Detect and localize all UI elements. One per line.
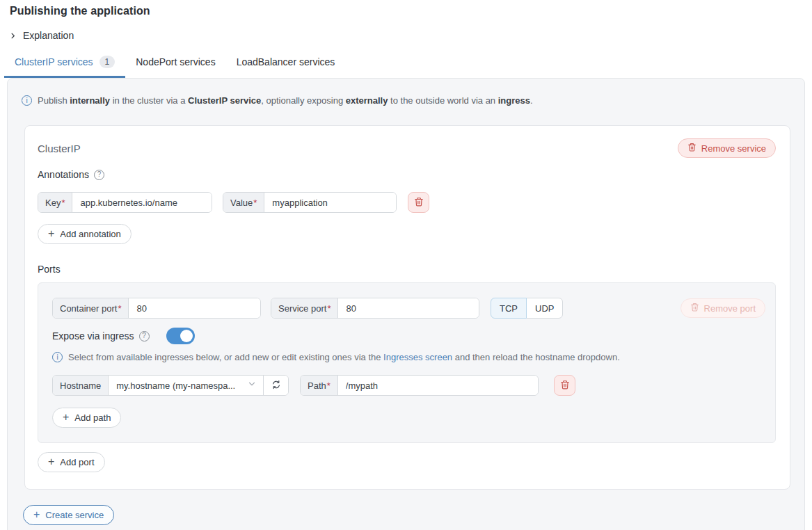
create-service-button[interactable]: + Create service <box>23 505 114 525</box>
path-group: Path* <box>300 375 539 396</box>
info-icon: i <box>52 352 63 362</box>
plus-icon: + <box>48 228 54 239</box>
remove-service-button[interactable]: Remove service <box>678 138 776 158</box>
protocol-tcp-button[interactable]: TCP <box>491 298 527 319</box>
trash-icon <box>687 143 696 154</box>
publish-info-banner: i Publish internally in the cluster via … <box>22 95 790 106</box>
add-annotation-button[interactable]: + Add annotation <box>38 224 132 244</box>
help-icon[interactable]: ? <box>94 170 104 180</box>
service-port-label: Service port* <box>271 298 338 318</box>
refresh-icon <box>271 380 281 392</box>
add-port-label: Add port <box>60 457 94 467</box>
path-input[interactable] <box>338 376 538 395</box>
ports-section-label: Ports <box>38 264 776 275</box>
trash-icon <box>690 303 699 314</box>
port-row: Container port* Service port* TCP UDP <box>52 298 765 319</box>
path-label: Path* <box>301 376 338 395</box>
container-port-input[interactable] <box>129 298 260 318</box>
annotation-value-label: Value* <box>223 193 264 212</box>
add-path-label: Add path <box>74 412 111 423</box>
tab-label: NodePort services <box>136 56 215 67</box>
annotation-key-label: Key* <box>38 193 72 212</box>
plus-icon: + <box>33 509 40 520</box>
annotation-value-input[interactable] <box>264 193 396 212</box>
remove-service-label: Remove service <box>701 143 766 154</box>
create-service-label: Create service <box>45 510 104 520</box>
ingresses-screen-link[interactable]: Ingresses screen <box>383 352 452 362</box>
tab-clusterip-services[interactable]: ClusterIP services 1 <box>4 49 125 78</box>
publish-info-text: Publish internally in the cluster via a … <box>38 95 533 106</box>
tab-label: LoadBalancer services <box>237 56 335 67</box>
add-annotation-label: Add annotation <box>60 229 120 239</box>
expose-label: Expose via ingress <box>52 330 134 342</box>
page-title: Publishing the application <box>10 5 812 17</box>
expose-toggle[interactable] <box>166 328 195 344</box>
container-port-group: Container port* <box>52 298 261 319</box>
service-card-header: ClusterIP Remove service <box>38 138 776 158</box>
remove-path-button[interactable] <box>554 375 575 396</box>
clusterip-service-card: ClusterIP Remove service Annotations ? K… <box>24 125 790 490</box>
add-port-button[interactable]: + Add port <box>38 452 105 472</box>
hostname-selected-value: my.hostname (my-namespa... <box>116 380 235 391</box>
service-port-group: Service port* <box>271 298 479 319</box>
hostname-select[interactable]: my.hostname (my-namespa... <box>109 376 263 395</box>
annotation-key-input[interactable] <box>72 193 212 212</box>
clusterip-count-badge: 1 <box>99 56 116 68</box>
chevron-down-icon <box>247 379 257 392</box>
ingress-info-banner: i Select from available ingresses below,… <box>52 352 765 363</box>
chevron-right-icon <box>9 32 17 40</box>
remove-port-label: Remove port <box>704 303 756 314</box>
publishing-page: Publishing the application Explanation C… <box>0 0 812 530</box>
add-path-button[interactable]: + Add path <box>52 408 121 428</box>
clusterip-tab-panel: i Publish internally in the cluster via … <box>7 78 805 530</box>
tab-nodeport-services[interactable]: NodePort services <box>125 49 225 78</box>
annotation-value-group: Value* <box>223 192 397 213</box>
protocol-udp-button[interactable]: UDP <box>526 298 563 319</box>
tab-label: ClusterIP services <box>15 56 93 67</box>
hostname-label: Hostname <box>53 376 109 395</box>
annotations-section-label: Annotations ? <box>38 169 776 180</box>
expose-via-ingress-row: Expose via ingress ? <box>52 328 765 344</box>
plus-icon: + <box>48 456 54 467</box>
reload-hostnames-button[interactable] <box>263 376 288 395</box>
port-panel: Container port* Service port* TCP UDP <box>38 282 776 443</box>
path-row: Hostname my.hostname (my-namespa... <box>52 375 765 396</box>
tab-loadbalancer-services[interactable]: LoadBalancer services <box>226 49 346 78</box>
ingress-info-text: Select from available ingresses below, o… <box>68 352 620 363</box>
trash-icon <box>414 197 424 209</box>
service-type-tabs: ClusterIP services 1 NodePort services L… <box>4 49 812 78</box>
service-card-title: ClusterIP <box>38 143 81 154</box>
info-icon: i <box>22 95 32 106</box>
remove-port-button[interactable]: Remove port <box>680 298 765 318</box>
service-port-input[interactable] <box>338 298 479 318</box>
trash-icon <box>560 380 570 392</box>
protocol-toggle-group: TCP UDP <box>491 298 563 319</box>
plus-icon: + <box>63 412 69 423</box>
explanation-label: Explanation <box>23 30 74 41</box>
explanation-toggle[interactable]: Explanation <box>9 30 74 41</box>
toggle-knob <box>180 330 193 342</box>
annotation-key-group: Key* <box>38 192 212 213</box>
annotation-row: Key* Value* <box>38 192 776 213</box>
hostname-group: Hostname my.hostname (my-namespa... <box>52 375 289 396</box>
container-port-label: Container port* <box>53 298 129 318</box>
remove-annotation-button[interactable] <box>408 192 429 213</box>
help-icon[interactable]: ? <box>139 331 150 342</box>
